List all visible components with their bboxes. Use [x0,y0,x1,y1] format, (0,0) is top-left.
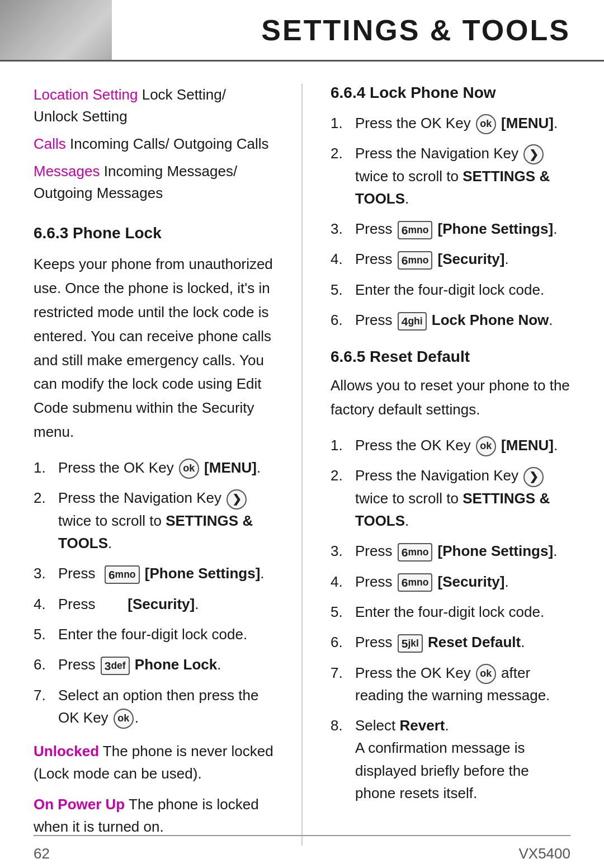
section-663-heading: 6.6.3 Phone Lock [34,224,273,242]
model-number: VX5400 [518,845,570,862]
ok-key-665-1: ok [476,436,496,456]
calls-link: Calls [34,135,66,152]
step-665-5: 5. Enter the four-digit lock code. [331,601,570,623]
key-4ghi: 4ghi [398,312,427,331]
on-power-up-label: On Power Up [34,796,125,813]
step-663-2: 2. Press the Navigation Key ❯ twice to s… [34,487,273,554]
ok-key-icon: ok [179,459,199,479]
step-664-5: 5. Enter the four-digit lock code. [331,279,570,301]
step-665-3: 3. Press 6mno [Phone Settings]. [331,540,570,562]
calls-text: Incoming Calls/ Outgoing Calls [66,135,269,152]
unlocked-item: Unlocked The phone is never locked (Lock… [34,740,273,785]
section-663-body: Keeps your phone from unauthorized use. … [34,252,273,444]
nav-key-665: ❯ [523,467,544,487]
page-footer: 62 VX5400 [34,835,570,862]
section-664-heading: 6.6.4 Lock Phone Now [331,84,570,102]
step-663-5: 5. Enter the four-digit lock code. [34,623,273,645]
messages-link: Messages [34,163,100,180]
column-divider [301,84,303,846]
nav-key-664: ❯ [523,144,544,164]
page-number: 62 [34,845,50,862]
section-665-steps: 1. Press the OK Key ok [MENU]. 2. Press … [331,434,570,804]
step-665-7: 7. Press the OK Key ok after reading the… [331,662,570,707]
step-663-1: 1. Press the OK Key ok [MENU]. [34,456,273,479]
intro-item-calls: Calls Incoming Calls/ Outgoing Calls [34,133,273,155]
key-6mno-664-3: 6mno [398,221,433,239]
unlocked-label: Unlocked [34,743,99,760]
page-content: Location Setting Lock Setting/ Unlock Se… [0,62,604,868]
key-6mno-665-4: 6mno [398,573,433,592]
step-665-4: 4. Press 6mno [Security]. [331,570,570,593]
on-power-up-item: On Power Up The phone is locked when it … [34,793,273,838]
intro-item-messages: Messages Incoming Messages/ Outgoing Mes… [34,161,273,204]
right-column: 6.6.4 Lock Phone Now 1. Press the OK Key… [331,84,570,846]
ok-key-icon-2: ok [114,709,134,729]
step-664-6: 6. Press 4ghi Lock Phone Now. [331,309,570,331]
section-665-intro: Allows you to reset your phone to the fa… [331,374,570,422]
header-image [0,0,112,62]
step-665-6: 6. Press 5jkl Reset Default. [331,631,570,653]
step-664-3: 3. Press 6mno [Phone Settings]. [331,218,570,240]
section-665-heading: 6.6.5 Reset Default [331,348,570,366]
key-6mno-664-4: 6mno [398,251,433,270]
step-665-2: 2. Press the Navigation Key ❯ twice to s… [331,464,570,532]
ok-key-664-1: ok [476,114,496,134]
left-column: Location Setting Lock Setting/ Unlock Se… [34,84,273,846]
section-663-steps: 1. Press the OK Key ok [MENU]. 2. Press … [34,456,273,729]
step-664-1: 1. Press the OK Key ok [MENU]. [331,112,570,134]
step-663-3: 3. Press 6mno [Phone Settings]. [34,562,273,584]
key-6mno-665-3: 6mno [398,543,433,562]
nav-key-icon: ❯ [226,489,247,510]
step-663-6: 6. Press 3def Phone Lock. [34,653,273,676]
page-header: SETTINGS & TOOLS [0,0,604,62]
step-664-4: 4. Press 6mno [Security]. [331,248,570,270]
section-664-steps: 1. Press the OK Key ok [MENU]. 2. Press … [331,112,570,331]
intro-block: Location Setting Lock Setting/ Unlock Se… [34,84,273,204]
step-664-2: 2. Press the Navigation Key ❯ twice to s… [331,142,570,210]
step-665-1: 1. Press the OK Key ok [MENU]. [331,434,570,456]
intro-item-location: Location Setting Lock Setting/ Unlock Se… [34,84,273,128]
key-5jkl: 5jkl [398,634,423,653]
step-665-8: 8. Select Revert. A confirmation message… [331,714,570,804]
page-title: SETTINGS & TOOLS [261,13,570,47]
step-663-7: 7. Select an option then press the OK Ke… [34,684,273,729]
step-663-4: 4. Press [Security]. [34,593,273,615]
key-6mno: 6mno [105,565,140,584]
location-setting-link: Location Setting [34,86,138,103]
ok-key-665-7: ok [476,664,496,684]
key-3def: 3def [101,657,130,675]
